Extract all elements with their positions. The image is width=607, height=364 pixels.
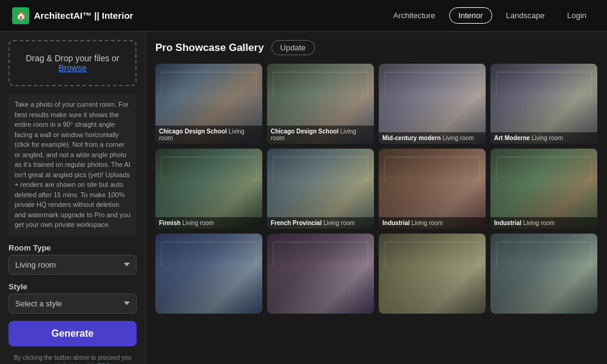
gallery-item-caption: Mid-century modern Living room (379, 132, 486, 144)
gallery-header: Pro Showcase Gallery Update (155, 40, 597, 55)
gallery-item[interactable]: Industrial Living room (379, 149, 486, 229)
instructions-text: Take a photo of your current room. For b… (8, 93, 137, 236)
gallery-item-caption: Chicago Design School Living room (267, 126, 374, 144)
upload-text: Drag & Drop your files or (25, 53, 119, 63)
logo-text: ArchitectAI™ || Interior (34, 10, 133, 21)
logo-icon: 🏠 (12, 7, 29, 24)
style-select[interactable]: Select a style Modern Industrial Scandin… (8, 294, 137, 314)
gallery-item-caption: Chicago Design School Living room (155, 126, 262, 144)
gallery-item[interactable] (155, 234, 262, 314)
gallery-item[interactable]: Finnish Living room (155, 149, 262, 229)
style-section: Style Select a style Modern Industrial S… (8, 282, 137, 314)
tos-text: By clicking the button above to proceed … (8, 354, 137, 365)
gallery-item[interactable]: Art Moderne Living room (490, 64, 597, 144)
logo-area: 🏠 ArchitectAI™ || Interior (12, 7, 133, 24)
room-type-section: Room Type Living room Bedroom Kitchen Ba… (8, 243, 137, 275)
generate-button[interactable]: Generate (8, 321, 137, 346)
login-button[interactable]: Login (558, 8, 595, 23)
gallery-item-caption: Industrial Living room (379, 217, 486, 229)
style-label: Style (8, 282, 137, 291)
gallery-item[interactable] (267, 234, 374, 314)
header: 🏠 ArchitectAI™ || Interior Architecture … (0, 0, 607, 32)
room-type-select[interactable]: Living room Bedroom Kitchen Bathroom Off… (8, 255, 137, 275)
upload-area[interactable]: Drag & Drop your files or Browse (8, 40, 137, 86)
gallery-item-caption: Art Moderne Living room (490, 132, 597, 144)
sidebar: Drag & Drop your files or Browse Take a … (0, 32, 146, 364)
gallery-item-caption: French Provincial Living room (267, 217, 374, 229)
gallery-item[interactable]: Mid-century modern Living room (379, 64, 486, 144)
gallery-area: Pro Showcase Gallery Update Chicago Desi… (146, 32, 607, 364)
main-layout: Drag & Drop your files or Browse Take a … (0, 32, 607, 364)
gallery-item[interactable]: French Provincial Living room (267, 149, 374, 229)
browse-link[interactable]: Browse (58, 63, 87, 73)
gallery-item[interactable]: Industrial Living room (490, 149, 597, 229)
nav-landscape-btn[interactable]: Landscape (497, 7, 554, 24)
update-button[interactable]: Update (271, 40, 315, 55)
room-type-label: Room Type (8, 243, 137, 252)
nav-links: Architecture Interior Landscape Login (384, 7, 595, 24)
gallery-title: Pro Showcase Gallery (155, 42, 264, 54)
gallery-item-caption: Industrial Living room (490, 217, 597, 229)
gallery-item[interactable] (490, 234, 597, 314)
nav-architecture-btn[interactable]: Architecture (384, 7, 444, 24)
gallery-grid: Chicago Design School Living roomChicago… (155, 64, 597, 314)
gallery-item-caption: Finnish Living room (155, 217, 262, 229)
gallery-item[interactable]: Chicago Design School Living room (267, 64, 374, 144)
nav-interior-btn[interactable]: Interior (449, 7, 492, 24)
gallery-item[interactable]: Chicago Design School Living room (155, 64, 262, 144)
gallery-item[interactable] (379, 234, 486, 314)
